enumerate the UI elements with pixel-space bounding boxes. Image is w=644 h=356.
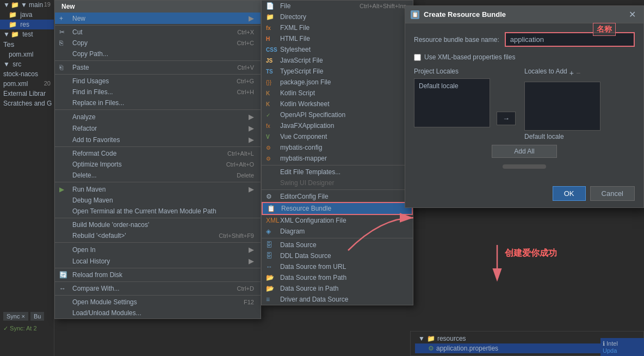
ddl-data-source-icon: 🗄 <box>266 252 277 260</box>
cm-item-add-favorites[interactable]: Add to Favorites ▶ <box>55 134 261 145</box>
separator-1 <box>55 25 261 26</box>
ok-button[interactable]: OK <box>553 186 586 201</box>
cm-item-reload[interactable]: 🔄 Reload from Disk <box>55 269 261 280</box>
sidebar-item-pom[interactable]: pom.xml 20 <box>0 79 54 89</box>
stylesheet-icon: CSS <box>266 47 277 53</box>
locales-to-add-box <box>524 82 600 131</box>
cm-item-find-files[interactable]: Find in Files... Ctrl+H <box>55 87 261 97</box>
cm-item-debug-maven[interactable]: Debug Maven <box>55 195 261 206</box>
cm-item-rebuild[interactable]: Rebuild '<default>' Ctrl+Shift+F9 <box>55 230 261 241</box>
sm-item-kotlin-ws[interactable]: K Kotlin Worksheet <box>262 99 413 109</box>
sync-status: ✓ Sync: At 2 <box>3 325 51 332</box>
cm-item-reformat[interactable]: Reformat Code Ctrl+Alt+L <box>55 148 261 159</box>
sidebar-item-main[interactable]: ▼📁▼ main 19 <box>0 0 54 10</box>
cm-item-open-terminal[interactable]: Open Terminal at the Current Maven Modul… <box>55 206 261 217</box>
sm-item-javafx[interactable]: fx JavaFXApplication <box>262 120 413 131</box>
sync-tab[interactable]: Sync × <box>3 312 28 321</box>
sm-item-ddl-data-source[interactable]: 🗄 DDL Data Source <box>262 250 413 261</box>
cm-item-paste[interactable]: ⎗ Paste Ctrl+V <box>55 62 261 73</box>
add-all-button[interactable]: Add All <box>492 145 556 158</box>
new-submenu: 📄 File Ctrl+Alt+Shift+Ins 📁 Directory fx… <box>261 0 413 305</box>
cm-item-copy-path[interactable]: Copy Path... <box>55 48 261 59</box>
default-locale-right-label: Default locale <box>524 133 635 140</box>
cm-item-cut[interactable]: ✂ Cut Ctrl+X <box>55 27 261 38</box>
cm-item-local-history[interactable]: Local History ▶ <box>55 255 261 267</box>
sm-item-data-source[interactable]: 🗄 Data Source <box>262 240 413 250</box>
cm-item-build-module[interactable]: Build Module 'order-nacos' <box>55 219 261 230</box>
sm-separator-1 <box>262 165 413 165</box>
cm-item-replace-files[interactable]: Replace in Files... <box>55 97 261 108</box>
sm-item-directory[interactable]: 📁 Directory <box>262 11 413 22</box>
cm-item-copy[interactable]: ⎘ Copy Ctrl+C <box>55 38 261 48</box>
sm-item-xml-config[interactable]: XML XML Configuration File <box>262 215 413 226</box>
cm-item-new[interactable]: + New ▶ <box>55 13 261 24</box>
intel-notification: ℹ Intel Upda <box>600 338 644 356</box>
arrow-svg-2 <box>481 240 513 283</box>
sidebar-item-stock-nacos[interactable]: stock-nacos <box>0 69 54 79</box>
cm-item-refactor[interactable]: Refactor ▶ <box>55 122 261 134</box>
add-locale-btn[interactable]: + <box>569 69 574 77</box>
cm-item-optimize[interactable]: Optimize Imports Ctrl+Alt+O <box>55 159 261 170</box>
editorconfig-icon: ⚙ <box>266 193 277 200</box>
locales-to-add-panel: Locales to Add + − Default locale <box>524 67 635 140</box>
sidebar-item-ext-lib[interactable]: External Librar <box>0 89 54 99</box>
sm-item-fxml[interactable]: fx FXML File <box>262 22 413 33</box>
sm-item-edit-templates[interactable]: Edit File Templates... <box>262 167 413 177</box>
sm-item-mybatis-config[interactable]: ⚙ mybatis-config <box>262 142 413 153</box>
sidebar-item-src[interactable]: ▼ src <box>0 59 54 69</box>
cm-item-find-usages[interactable]: Find Usages Ctrl+G <box>55 76 261 87</box>
reload-icon: 🔄 <box>59 271 69 279</box>
sm-item-pkg-json[interactable]: {}} package.json File <box>262 77 413 88</box>
sm-item-ts[interactable]: TS TypeScript File <box>262 66 413 77</box>
sm-item-js[interactable]: JS JavaScript File <box>262 55 413 66</box>
dialog-title: Create Resource Bundle <box>424 10 627 19</box>
sm-item-file[interactable]: 📄 File Ctrl+Alt+Shift+Ins <box>262 1 413 11</box>
bu-tab[interactable]: Bu <box>30 312 44 321</box>
sidebar-item-pomxml[interactable]: pom.xml <box>0 50 54 59</box>
resource-bundle-icon: 📋 <box>267 205 278 212</box>
driver-ds-icon: ≡ <box>266 296 277 303</box>
openapi-icon: ✓ <box>266 112 277 118</box>
cm-item-delete[interactable]: Delete... Delete <box>55 170 261 181</box>
data-source-icon: 🗄 <box>266 241 277 249</box>
cm-item-compare[interactable]: ↔ Compare With... Ctrl+D <box>55 283 261 294</box>
sm-item-stylesheet[interactable]: CSS Stylesheet <box>262 44 413 55</box>
sidebar-item-java[interactable]: 📁 java <box>0 10 54 20</box>
sm-item-ds-in-path[interactable]: 📂 Data Source in Path <box>262 283 413 294</box>
sm-item-openapi[interactable]: ✓ OpenAPI Specification <box>262 109 413 120</box>
sm-item-driver-ds[interactable]: ≡ Driver and Data Source <box>262 294 413 305</box>
cm-item-module-settings[interactable]: Open Module Settings F12 <box>55 297 261 308</box>
vue-icon: V <box>266 134 277 140</box>
sidebar-item-test[interactable]: ▼📁 test <box>0 29 54 39</box>
scrollbar-hint <box>503 164 546 169</box>
default-locale-label-left: Default locale <box>417 81 487 91</box>
xml-checkbox[interactable] <box>414 54 421 61</box>
cm-item-load-unload[interactable]: Load/Unload Modules... <box>55 308 261 318</box>
arrow-right-btn[interactable]: → <box>497 112 516 125</box>
js-icon: JS <box>266 58 277 64</box>
cm-item-analyze[interactable]: Analyze ▶ <box>55 111 261 122</box>
sm-item-resource-bundle[interactable]: 📋 Resource Bundle <box>262 202 413 215</box>
kotlin-script-icon: K <box>266 90 277 96</box>
dialog-close-button[interactable]: ✕ <box>627 9 638 20</box>
sidebar-item-res[interactable]: 📁 res <box>0 20 54 29</box>
project-locales-panel: Project Locales Default locale → <box>414 67 524 140</box>
add-all-section: Add All <box>414 145 635 158</box>
sm-item-diagram[interactable]: ◈ Diagram <box>262 226 413 237</box>
directory-icon: 📁 <box>266 13 277 21</box>
sidebar-item-scratches[interactable]: Scratches and G <box>0 99 54 108</box>
cancel-button[interactable]: Cancel <box>590 186 635 201</box>
separator-6 <box>55 182 261 182</box>
sm-item-html[interactable]: H HTML File <box>262 33 413 44</box>
cm-item-run-maven[interactable]: ▶ Run Maven ▶ <box>55 183 261 195</box>
sm-item-ds-from-path[interactable]: 📂 Data Source from Path <box>262 272 413 283</box>
sm-item-kotlin-script[interactable]: K Kotlin Script <box>262 88 413 99</box>
sm-item-vue[interactable]: V Vue Component <box>262 131 413 142</box>
file-icon: 📄 <box>266 2 277 10</box>
remove-locale-btn[interactable]: − <box>576 69 580 77</box>
diagram-icon: ◈ <box>266 228 277 235</box>
sm-item-mybatis-mapper[interactable]: ⚙ mybatis-mapper <box>262 153 413 164</box>
sm-item-ds-from-url[interactable]: ↔ Data Source from URL <box>262 261 413 272</box>
cm-item-open-in[interactable]: Open In ▶ <box>55 244 261 255</box>
sm-item-editorconfig[interactable]: ⚙ EditorConfig File <box>262 191 413 202</box>
